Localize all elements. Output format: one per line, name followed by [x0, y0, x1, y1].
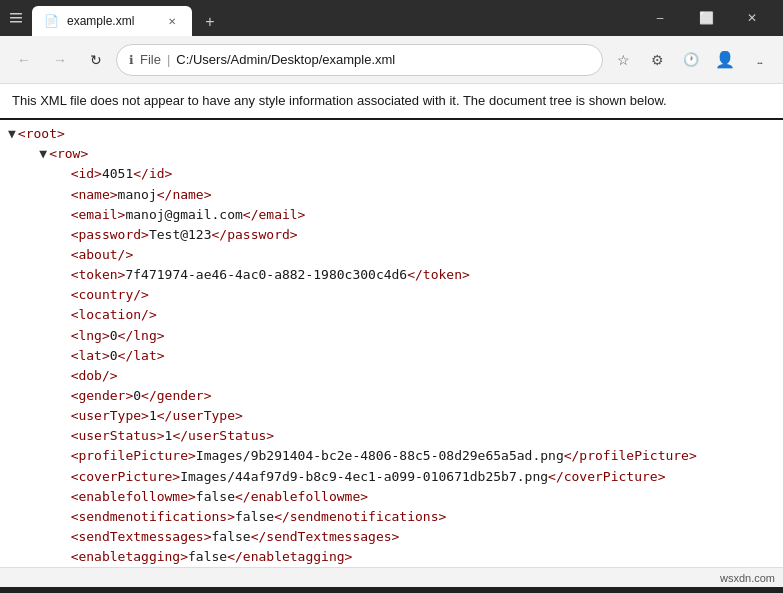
xml-line: <gender>0</gender> [0, 386, 783, 406]
addressbar-actions: ☆ ⚙ 🕐 👤 ... [607, 44, 775, 76]
xml-line: ▼<root> [0, 124, 783, 144]
xml-line: <userStatus>1</userStatus> [0, 426, 783, 446]
titlebar: 📄 example.xml ✕ + – ⬜ ✕ [0, 0, 783, 36]
tab-file-icon: 📄 [44, 14, 59, 28]
titlebar-window-controls: – ⬜ ✕ [637, 0, 775, 36]
xml-content[interactable]: ▼<root> ▼<row> <id>4051</id> <name>manoj… [0, 120, 783, 567]
favorites-button[interactable]: ☆ [607, 44, 639, 76]
tab-close-button[interactable]: ✕ [164, 13, 180, 29]
settings-button[interactable]: ... [743, 44, 775, 76]
xml-line: <token>7f471974-ae46-4ac0-a882-1980c300c… [0, 265, 783, 285]
xml-line: ▼<row> [0, 144, 783, 164]
xml-line: <password>Test@123</password> [0, 225, 783, 245]
xml-line: <sendTextmessages>false</sendTextmessage… [0, 527, 783, 547]
info-icon: ℹ [129, 53, 134, 67]
tab-example-xml[interactable]: 📄 example.xml ✕ [32, 6, 192, 36]
profile-button[interactable]: 👤 [709, 44, 741, 76]
xml-line: <coverPicture>Images/44af97d9-b8c9-4ec1-… [0, 467, 783, 487]
close-button[interactable]: ✕ [729, 0, 775, 36]
xml-line: <enabletagging>false</enabletagging> [0, 547, 783, 567]
refresh-button[interactable]: ↻ [80, 44, 112, 76]
address-separator: | [167, 52, 170, 67]
xml-line: <country/> [0, 285, 783, 305]
xml-line: <lat>0</lat> [0, 346, 783, 366]
collections-button[interactable]: ⚙ [641, 44, 673, 76]
address-text: C:/Users/Admin/Desktop/example.xml [176, 52, 590, 67]
xml-line: <sendmenotifications>false</sendmenotifi… [0, 507, 783, 527]
history-button[interactable]: 🕐 [675, 44, 707, 76]
xml-info-message: This XML file does not appear to have an… [12, 93, 667, 108]
xml-line: <about/> [0, 245, 783, 265]
xml-info-bar: This XML file does not appear to have an… [0, 84, 783, 120]
window-menu-button[interactable] [8, 10, 24, 26]
new-tab-button[interactable]: + [196, 8, 224, 36]
xml-line: <lng>0</lng> [0, 326, 783, 346]
svg-rect-1 [10, 17, 22, 19]
svg-rect-0 [10, 13, 22, 15]
svg-rect-2 [10, 21, 22, 23]
back-button[interactable]: ← [8, 44, 40, 76]
xml-line: <email>manoj@gmail.com</email> [0, 205, 783, 225]
xml-line: <dob/> [0, 366, 783, 386]
tab-area: 📄 example.xml ✕ + [32, 0, 629, 36]
forward-button[interactable]: → [44, 44, 76, 76]
file-protocol-label: File [140, 52, 161, 67]
statusbar: wsxdn.com [0, 567, 783, 587]
xml-line: <location/> [0, 305, 783, 325]
window-controls-left [8, 10, 24, 26]
xml-line: <userType>1</userType> [0, 406, 783, 426]
xml-line: <profilePicture>Images/9b291404-bc2e-480… [0, 446, 783, 466]
minimize-button[interactable]: – [637, 0, 683, 36]
brand-label: wsxdn.com [720, 572, 775, 584]
xml-line: <name>manoj</name> [0, 185, 783, 205]
address-bar[interactable]: ℹ File | C:/Users/Admin/Desktop/example.… [116, 44, 603, 76]
xml-line: <id>4051</id> [0, 164, 783, 184]
xml-line: <enablefollowme>false</enablefollowme> [0, 487, 783, 507]
addressbar: ← → ↻ ℹ File | C:/Users/Admin/Desktop/ex… [0, 36, 783, 84]
restore-button[interactable]: ⬜ [683, 0, 729, 36]
tab-label: example.xml [67, 14, 134, 28]
